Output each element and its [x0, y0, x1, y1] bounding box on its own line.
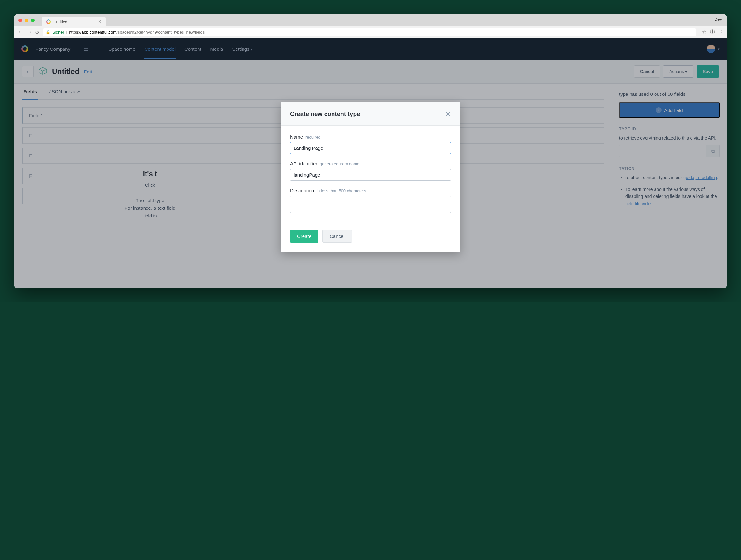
- api-identifier-label: API identifier: [290, 161, 317, 166]
- menu-icon[interactable]: ⋮: [719, 29, 724, 35]
- dev-badge: Dev: [715, 17, 722, 22]
- browser-window: Untitled × Dev ← → ⟳ 🔒 Sicher | https://…: [14, 14, 727, 288]
- description-label: Description: [290, 188, 314, 193]
- url-text: https://app.contentful.com/spaces/n2fxef…: [69, 30, 205, 35]
- forward-icon: →: [26, 29, 32, 36]
- modal-body: Name required API identifier generated f…: [280, 126, 461, 224]
- cancel-button[interactable]: Cancel: [322, 230, 352, 243]
- toolbar-icons: ☆ ⓘ ⋮: [702, 29, 724, 35]
- star-icon[interactable]: ☆: [702, 29, 706, 35]
- create-button[interactable]: Create: [290, 230, 319, 243]
- tab-title: Untitled: [53, 19, 67, 24]
- reload-icon[interactable]: ⟳: [36, 29, 40, 35]
- back-icon[interactable]: ←: [17, 29, 23, 36]
- modal-title: Create new content type: [290, 111, 360, 118]
- modal-footer: Create Cancel: [280, 224, 461, 252]
- browser-toolbar: ← → ⟳ 🔒 Sicher | https://app.contentful.…: [14, 26, 727, 38]
- info-icon[interactable]: ⓘ: [710, 29, 715, 35]
- divider: |: [66, 30, 67, 35]
- create-content-type-modal: Create new content type ✕ Name required …: [280, 103, 461, 252]
- minimize-window-icon[interactable]: [24, 18, 28, 22]
- api-identifier-hint: generated from name: [320, 162, 359, 166]
- name-input[interactable]: [290, 142, 451, 154]
- address-bar[interactable]: 🔒 Sicher | https://app.contentful.com/sp…: [43, 28, 696, 37]
- browser-tab-bar: Untitled × Dev: [14, 14, 727, 26]
- close-icon[interactable]: ✕: [446, 110, 451, 118]
- app-viewport: Fancy Company ☰ Space home Content model…: [14, 38, 727, 288]
- maximize-window-icon[interactable]: [31, 18, 35, 22]
- tab-close-icon[interactable]: ×: [98, 19, 101, 24]
- lock-icon: 🔒: [46, 30, 51, 35]
- name-hint: required: [306, 135, 321, 139]
- close-window-icon[interactable]: [18, 18, 22, 22]
- api-identifier-input[interactable]: [290, 169, 451, 181]
- contentful-favicon-icon: [46, 19, 51, 24]
- modal-header: Create new content type ✕: [280, 103, 461, 126]
- browser-tab[interactable]: Untitled ×: [42, 17, 106, 26]
- description-hint: in less than 500 characters: [317, 188, 366, 193]
- window-controls: [18, 18, 35, 22]
- secure-label: Sicher: [52, 30, 64, 35]
- name-label: Name: [290, 134, 303, 139]
- description-input[interactable]: [290, 196, 451, 213]
